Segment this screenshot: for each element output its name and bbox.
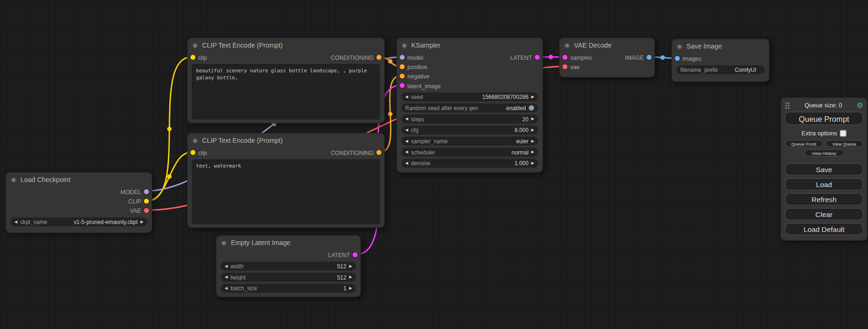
extra-options-checkbox[interactable]: [840, 130, 847, 136]
load-default-button[interactable]: Load Default: [785, 223, 863, 235]
input-slot-negative[interactable]: negative: [400, 73, 430, 79]
slot-dot-latent[interactable]: [535, 55, 540, 60]
collapse-dot-icon[interactable]: [193, 43, 198, 48]
widget-height[interactable]: ◀ height 512 ▶: [221, 273, 356, 282]
slot-dot-image[interactable]: [675, 56, 680, 61]
increment-arrow-icon[interactable]: ▶: [531, 161, 534, 165]
input-slot-images[interactable]: images: [675, 55, 701, 62]
decrement-arrow-icon[interactable]: ◀: [405, 95, 408, 99]
slot-dot-vae[interactable]: [563, 64, 568, 70]
decrement-arrow-icon[interactable]: ◀: [405, 150, 408, 154]
slot-dot-model[interactable]: [144, 189, 149, 194]
refresh-button[interactable]: Refresh: [785, 193, 863, 205]
output-slot-latent[interactable]: LATENT: [510, 54, 540, 61]
increment-arrow-icon[interactable]: ▶: [349, 286, 352, 290]
output-slot-image[interactable]: IMAGE: [625, 54, 652, 61]
load-button[interactable]: Load: [785, 178, 863, 190]
decrement-arrow-icon[interactable]: ◀: [225, 286, 227, 290]
node-ksampler[interactable]: KSampler model LATENT positive negative: [396, 38, 543, 173]
collapse-dot-icon[interactable]: [221, 240, 226, 245]
output-slot-model[interactable]: MODEL: [120, 189, 149, 195]
slot-dot-clip[interactable]: [191, 55, 196, 60]
input-slot-latent-image[interactable]: latent_image: [400, 82, 441, 89]
slot-dot-latent[interactable]: [563, 55, 568, 60]
node-clip-text-encode-negative[interactable]: CLIP Text Encode (Prompt) clip CONDITION…: [187, 133, 385, 228]
decrement-arrow-icon[interactable]: ◀: [405, 117, 408, 121]
slot-dot-latent[interactable]: [400, 83, 405, 88]
clear-button[interactable]: Clear: [785, 208, 863, 220]
input-slot-clip[interactable]: clip: [191, 149, 207, 156]
view-queue-button[interactable]: View Queue: [826, 140, 863, 147]
slot-dot-conditioning[interactable]: [376, 55, 381, 60]
increment-arrow-icon[interactable]: ▶: [531, 128, 534, 132]
increment-arrow-icon[interactable]: ▶: [349, 264, 352, 268]
widget-width[interactable]: ◀ width 512 ▶: [221, 262, 356, 271]
collapse-dot-icon[interactable]: [565, 43, 570, 48]
slot-dot-conditioning[interactable]: [400, 74, 405, 79]
node-title: Load Checkpoint: [6, 173, 152, 187]
positive-prompt-textarea[interactable]: beautiful scenery nature glass bottle la…: [192, 64, 380, 120]
input-slot-vae[interactable]: vae: [563, 63, 580, 70]
decrement-arrow-icon[interactable]: ◀: [405, 128, 408, 132]
increment-arrow-icon[interactable]: ▶: [531, 139, 534, 143]
node-vae-decode[interactable]: VAE Decode samples IMAGE vae: [559, 38, 655, 77]
collapse-dot-icon[interactable]: [11, 177, 16, 182]
slot-dot-conditioning[interactable]: [400, 64, 405, 70]
slot-dot-conditioning[interactable]: [376, 150, 381, 155]
queue-prompt-button[interactable]: Queue Prompt: [785, 112, 863, 125]
widget-cfg[interactable]: ◀ cfg 8.000 ▶: [402, 126, 538, 134]
node-load-checkpoint[interactable]: Load Checkpoint MODEL CLIP VAE ◀ ckpt_na…: [6, 172, 152, 233]
slot-dot-clip[interactable]: [144, 199, 149, 204]
increment-arrow-icon[interactable]: ▶: [531, 117, 534, 121]
increment-arrow-icon[interactable]: ▶: [349, 275, 352, 279]
increment-arrow-icon[interactable]: ▶: [531, 150, 534, 154]
negative-prompt-textarea[interactable]: text, watermark: [192, 159, 380, 224]
input-slot-positive[interactable]: positive: [400, 63, 427, 70]
node-save-image[interactable]: Save Image images filename_prefix ComfyU…: [671, 39, 769, 82]
view-history-button[interactable]: View History: [804, 149, 844, 156]
drag-handle-icon[interactable]: [785, 102, 790, 109]
collapse-dot-icon[interactable]: [193, 138, 198, 143]
slot-dot-clip[interactable]: [191, 150, 196, 155]
decrement-arrow-icon[interactable]: ◀: [405, 161, 408, 165]
collapse-dot-icon[interactable]: [402, 43, 407, 48]
graph-canvas[interactable]: Load Checkpoint MODEL CLIP VAE ◀ ckpt_na…: [0, 0, 868, 329]
increment-arrow-icon[interactable]: ▶: [141, 220, 143, 224]
decrement-arrow-icon[interactable]: ◀: [225, 275, 227, 279]
widget-scheduler[interactable]: ◀ scheduler normal ▶: [402, 148, 538, 157]
widget-denoise[interactable]: ◀ denoise 1.000 ▶: [402, 159, 538, 168]
decrement-arrow-icon[interactable]: ◀: [225, 264, 227, 268]
settings-gear-icon[interactable]: ⚙: [857, 102, 863, 109]
widget-value: 20: [522, 116, 529, 122]
output-slot-vae[interactable]: VAE: [130, 207, 149, 214]
input-slot-model[interactable]: model: [400, 54, 423, 61]
decrement-arrow-icon[interactable]: ◀: [405, 139, 408, 143]
input-slot-samples[interactable]: samples: [563, 54, 592, 61]
input-slot-clip[interactable]: clip: [191, 54, 207, 61]
queue-front-button[interactable]: Queue Front: [785, 140, 823, 147]
slot-dot-model[interactable]: [400, 55, 405, 60]
decrement-arrow-icon[interactable]: ◀: [14, 220, 17, 224]
widget-filename-prefix[interactable]: filename_prefix ComfyUI: [677, 65, 765, 74]
slot-dot-latent[interactable]: [353, 252, 358, 258]
slot-dot-image[interactable]: [647, 55, 652, 60]
output-slot-latent[interactable]: LATENT: [328, 252, 357, 258]
node-clip-text-encode-positive[interactable]: CLIP Text Encode (Prompt) clip CONDITION…: [187, 38, 385, 124]
toggle-indicator-icon[interactable]: [529, 105, 534, 111]
widget-batch-size[interactable]: ◀ batch_size 1 ▶: [221, 284, 356, 293]
widget-ckpt-name[interactable]: ◀ ckpt_name v1-5-pruned-emaonly.ckpt ▶: [11, 217, 148, 226]
output-slot-conditioning[interactable]: CONDITIONING: [331, 149, 381, 156]
widget-label: steps: [411, 116, 424, 122]
widget-steps[interactable]: ◀ steps 20 ▶: [402, 114, 538, 123]
save-button[interactable]: Save: [785, 163, 863, 175]
node-empty-latent-image[interactable]: Empty Latent Image LATENT ◀ width 512 ▶ …: [216, 235, 361, 297]
widget-sampler-name[interactable]: ◀ sampler_name euler ▶: [402, 137, 538, 146]
widget-seed[interactable]: ◀ seed 156680208700286 ▶: [402, 92, 538, 101]
increment-arrow-icon[interactable]: ▶: [531, 95, 534, 99]
output-slot-clip[interactable]: CLIP: [128, 198, 149, 204]
widget-random-seed[interactable]: Random seed after every gen enabled: [402, 104, 538, 112]
slot-dot-vae[interactable]: [144, 208, 149, 213]
slot-label: vae: [570, 63, 579, 70]
output-slot-conditioning[interactable]: CONDITIONING: [331, 54, 381, 61]
collapse-dot-icon[interactable]: [677, 44, 682, 49]
